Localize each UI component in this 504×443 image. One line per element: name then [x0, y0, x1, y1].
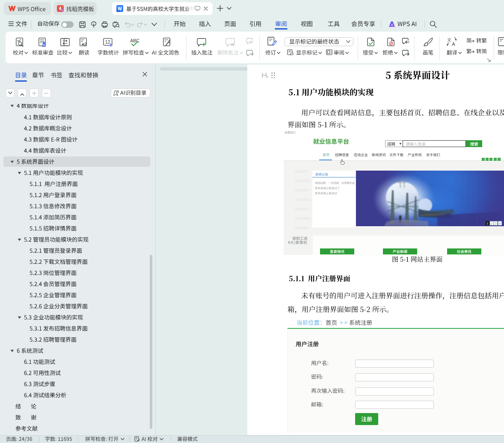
- svg-text:ABC: ABC: [130, 38, 139, 43]
- svg-text:1: 1: [486, 222, 488, 225]
- svg-text:4: 4: [499, 222, 501, 225]
- svg-text:1: 1: [267, 75, 269, 78]
- svg-text:12: 12: [105, 39, 110, 44]
- svg-text:3: 3: [495, 222, 497, 225]
- svg-text:2: 2: [491, 222, 492, 225]
- svg-text:AI: AI: [61, 9, 63, 12]
- svg-text:A: A: [452, 41, 455, 47]
